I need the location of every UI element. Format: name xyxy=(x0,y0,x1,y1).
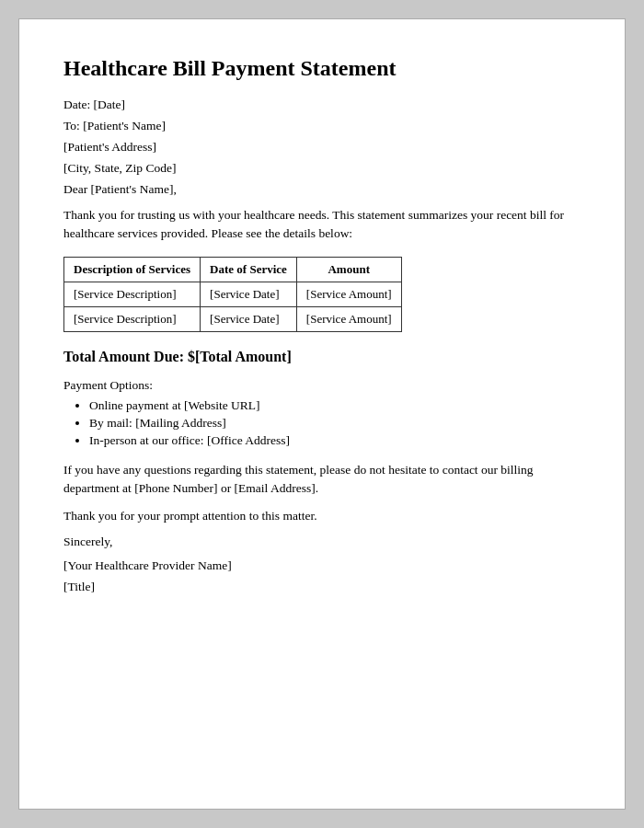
dear-line: Dear [Patient's Name], xyxy=(63,182,581,197)
list-item: Online payment at [Website URL] xyxy=(89,398,581,413)
table-cell: [Service Description] xyxy=(64,306,201,331)
table-cell: [Service Date] xyxy=(201,282,297,306)
table-row: [Service Description][Service Date][Serv… xyxy=(64,306,402,331)
intro-text: Thank you for trusting us with your heal… xyxy=(63,206,581,244)
contact-text: If you have any questions regarding this… xyxy=(63,461,581,499)
col-header-description: Description of Services xyxy=(64,257,201,282)
table-cell: [Service Amount] xyxy=(296,282,401,306)
list-item: In-person at our office: [Office Address… xyxy=(89,433,581,448)
to-line: To: [Patient's Name] xyxy=(63,119,581,133)
title-field: [Title] xyxy=(63,580,581,594)
city-line: [City, State, Zip Code] xyxy=(63,161,581,176)
table-cell: [Service Description] xyxy=(64,282,201,306)
sincerely-text: Sincerely, xyxy=(63,535,581,549)
payment-options-list: Online payment at [Website URL]By mail: … xyxy=(63,398,581,448)
total-amount-line: Total Amount Due: $[Total Amount] xyxy=(63,349,581,365)
address-line: [Patient's Address] xyxy=(63,140,581,155)
col-header-amount: Amount xyxy=(296,257,401,282)
thank-you-text: Thank you for your prompt attention to t… xyxy=(63,509,581,523)
services-table: Description of Services Date of Service … xyxy=(63,257,402,332)
list-item: By mail: [Mailing Address] xyxy=(89,416,581,431)
provider-name: [Your Healthcare Provider Name] xyxy=(63,558,581,573)
document-page: Healthcare Bill Payment Statement Date: … xyxy=(18,18,626,810)
table-row: [Service Description][Service Date][Serv… xyxy=(64,282,402,306)
table-cell: [Service Date] xyxy=(201,306,297,331)
payment-options-label: Payment Options: xyxy=(63,378,581,393)
col-header-date: Date of Service xyxy=(201,257,297,282)
table-cell: [Service Amount] xyxy=(296,306,401,331)
date-line: Date: [Date] xyxy=(63,98,581,112)
page-title: Healthcare Bill Payment Statement xyxy=(63,56,581,81)
